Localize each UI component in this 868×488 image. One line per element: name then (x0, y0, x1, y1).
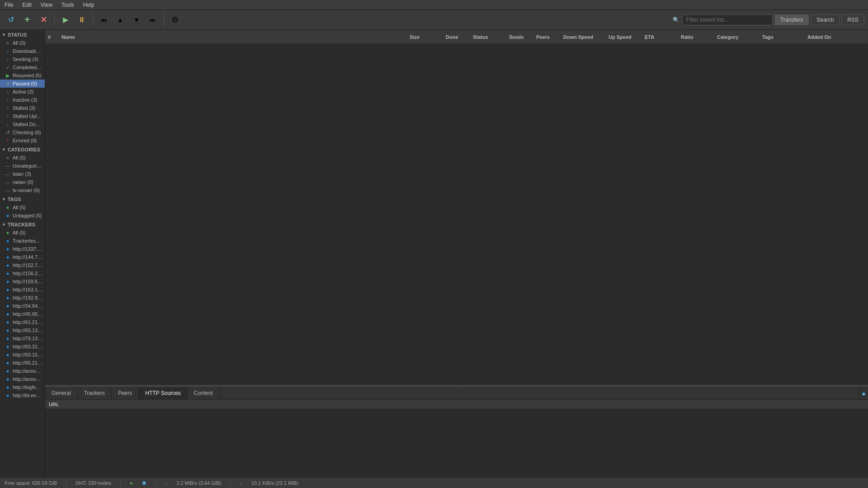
filter-input[interactable] (682, 14, 773, 25)
down-button[interactable]: ▼ (129, 13, 144, 27)
sidebar-item-trackerless[interactable]: ●Trackerless (0) (0, 237, 45, 245)
sidebar-item-seeding[interactable]: ↑Seeding (3) (0, 55, 45, 63)
url-column-header: URL (45, 400, 868, 409)
sidebar-item-t18[interactable]: ●http://bigfoot19... (0, 383, 45, 391)
back-button[interactable]: ↺ (4, 13, 18, 27)
sidebar-item-t10[interactable]: ●http://61.216.14... (0, 318, 45, 326)
tags-section-header[interactable]: ▼ TAGS (0, 194, 45, 203)
detail-menu-button[interactable]: ● (859, 387, 868, 399)
sidebar-item-t12[interactable]: ●http://79.137.19... (0, 334, 45, 343)
menu-tools[interactable]: Tools (57, 1, 79, 9)
categories-section-header[interactable]: ▼ CATEGORIES (0, 145, 45, 154)
sidebar-item-errored[interactable]: !Errored (0) (0, 136, 45, 145)
sidebar-item-cat-all[interactable]: ≡All (5) (0, 154, 45, 162)
sidebar-item-t11[interactable]: ●http://65.130.20... (0, 326, 45, 334)
sidebar-item-completed[interactable]: ✓Completed (3) (0, 63, 45, 71)
sidebar-item-stalled-upload[interactable]: ↑Stalled Uploadi... (0, 112, 45, 120)
col-category[interactable]: Category (714, 30, 760, 44)
sidebar-item-stalled-download[interactable]: ↓Stalled Downlo... (0, 120, 45, 128)
sidebar-item-t2[interactable]: ●http://144.76.11... (0, 253, 45, 261)
sidebar-item-tv-sonarr[interactable]: —tv-sonarr (0) (0, 186, 45, 194)
add-torrent-button[interactable]: + (20, 13, 34, 27)
sidebar-item-t19[interactable]: ●http://bt.endpoi... (0, 391, 45, 399)
col-status[interactable]: Status (470, 30, 506, 44)
sidebar-icon-t6: ● (5, 286, 11, 293)
tab-trackers[interactable]: Trackers (78, 387, 112, 399)
sidebar-item-t14[interactable]: ●http://93.158.21... (0, 351, 45, 359)
sidebar-item-t5[interactable]: ●http://159.69.65... (0, 277, 45, 286)
col-done[interactable]: Done (443, 30, 470, 44)
sidebar-item-all[interactable]: ≡All (5) (0, 39, 45, 47)
settings-button[interactable]: ⚙ (168, 13, 182, 27)
col-name[interactable]: Name (59, 30, 407, 44)
col-peers[interactable]: Peers (533, 30, 561, 44)
sidebar-item-t9[interactable]: ●http://45.95.232... (0, 310, 45, 318)
tab-content[interactable]: Content (188, 387, 220, 399)
sidebar-label-t6: http://163.172.2... (13, 287, 43, 292)
sidebar-item-t8[interactable]: ●http://34.94.213... (0, 302, 45, 310)
menu-file[interactable]: File (0, 1, 18, 9)
status-section-header[interactable]: ▼ STATUS (0, 30, 45, 39)
sidebar-item-active[interactable]: ↕Active (2) (0, 88, 45, 96)
top-button[interactable]: ⏮ (97, 13, 111, 27)
sidebar-item-t15[interactable]: ●http://95.217.16... (0, 359, 45, 367)
resume-button[interactable]: ▶ (58, 13, 73, 27)
up-button[interactable]: ▲ (113, 13, 127, 27)
sidebar-label-downloading: Downloading (2) (13, 48, 43, 54)
bottom-button[interactable]: ⏭ (146, 13, 160, 27)
col-added-on[interactable]: Added On (805, 30, 868, 44)
sidebar-item-tracker-all[interactable]: ●All (5) (0, 229, 45, 237)
remove-button[interactable]: ✕ (36, 13, 51, 27)
menu-help[interactable]: Help (79, 1, 99, 9)
sidebar-item-t13[interactable]: ●http://83.31.206... (0, 343, 45, 351)
sidebar-label-stalled-download: Stalled Downlo... (13, 122, 43, 127)
tab-general[interactable]: General (45, 387, 78, 399)
sidebar-item-t16[interactable]: ●http://announce... (0, 367, 45, 375)
detail-panel: General Trackers Peers HTTP Sources Cont… (45, 387, 868, 477)
transfers-tab[interactable]: Transfers (774, 14, 809, 25)
col-tags[interactable]: Tags (760, 30, 805, 44)
col-size[interactable]: Size (407, 30, 443, 44)
sidebar-item-stalled[interactable]: ↕Stalled (3) (0, 104, 45, 112)
sidebar-icon-tracker-all: ● (5, 230, 11, 236)
sidebar-item-untagged[interactable]: ●Untagged (5) (0, 211, 45, 220)
sidebar-item-downloading[interactable]: ↓Downloading (2) (0, 47, 45, 55)
col-down-speed[interactable]: Down Speed (561, 30, 606, 44)
menu-edit[interactable]: Edit (18, 1, 36, 9)
col-eta[interactable]: ETA (642, 30, 678, 44)
sidebar-item-paused[interactable]: ⏸Paused (0) (0, 80, 45, 88)
menu-view[interactable]: View (36, 1, 57, 9)
trackers-section-header[interactable]: ▼ TRACKERS (0, 220, 45, 229)
pause-button[interactable]: ⏸ (75, 13, 89, 27)
sidebar-icon-cat-all: ≡ (5, 155, 11, 161)
col-num[interactable]: # (45, 30, 59, 44)
sidebar-item-t7[interactable]: ●http://192.9.228... (0, 294, 45, 302)
sidebar-item-t17[interactable]: ●http://announce... (0, 375, 45, 383)
tab-http-sources[interactable]: HTTP Sources (139, 387, 187, 400)
sidebar-item-t6[interactable]: ●http://163.172.2... (0, 286, 45, 294)
sidebar-item-tag-all[interactable]: ●All (5) (0, 203, 45, 211)
col-seeds[interactable]: Seeds (506, 30, 533, 44)
sidebar-item-uncategorized[interactable]: —Uncategorized (0) (0, 162, 45, 170)
col-ratio[interactable]: Ratio (678, 30, 714, 44)
sidebar-item-t3[interactable]: ●http://152.70.16... (0, 261, 45, 269)
tab-peers[interactable]: Peers (112, 387, 139, 399)
sidebar-item-checking[interactable]: ↺Checking (0) (0, 128, 45, 136)
sidebar-item-t1[interactable]: ●http://1337.abc... (0, 245, 45, 253)
sidebar-label-inactive: Inactive (3) (13, 97, 37, 103)
rss-tab[interactable]: RSS (841, 14, 864, 25)
sidebar-item-lidarr[interactable]: —lidarr (3) (0, 170, 45, 178)
sidebar-item-resumed[interactable]: ▶Resumed (5) (0, 71, 45, 80)
sidebar-item-t4[interactable]: ●http://156.234.2... (0, 269, 45, 277)
search-tab[interactable]: Search (811, 14, 840, 25)
sidebar-icon-t8: ● (5, 303, 11, 309)
category-items-container: ≡All (5)—Uncategorized (0)—lidarr (3)—ra… (0, 154, 45, 194)
col-up-speed[interactable]: Up Speed (606, 30, 642, 44)
sidebar-item-radarr[interactable]: —radarr (0) (0, 178, 45, 186)
trackers-chevron-icon: ▼ (2, 222, 6, 227)
sidebar-label-t14: http://93.158.21... (13, 352, 43, 357)
categories-chevron-icon: ▼ (2, 147, 6, 152)
status-sep-1 (66, 480, 66, 486)
sidebar-item-inactive[interactable]: ↕Inactive (3) (0, 96, 45, 104)
sidebar-icon-t9: ● (5, 311, 11, 317)
